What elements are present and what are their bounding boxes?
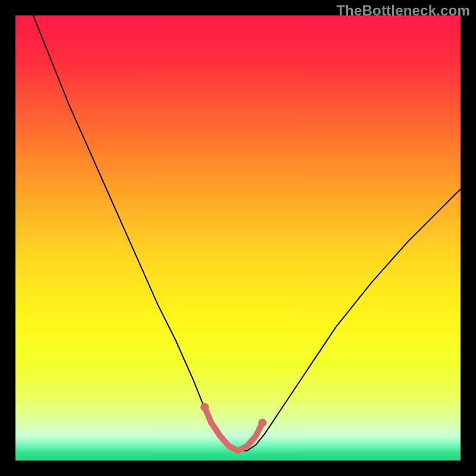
svg-point-1	[201, 403, 209, 411]
chart-stage: TheBottleneck.com	[0, 0, 476, 476]
svg-point-2	[258, 418, 267, 427]
curve-layer	[15, 15, 461, 461]
optimal-zone-highlight	[205, 407, 262, 450]
plot-area	[15, 15, 461, 461]
bottleneck-curve	[33, 15, 461, 451]
watermark-text: TheBottleneck.com	[336, 2, 470, 19]
